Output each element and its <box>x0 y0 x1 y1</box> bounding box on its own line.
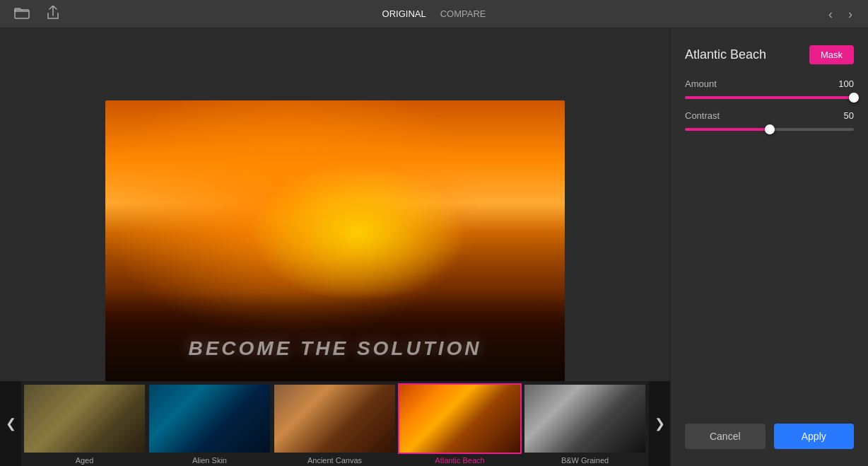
contrast-slider-row: Contrast 50 <box>685 110 854 131</box>
panel-header: Atlantic Beach Mask <box>685 45 854 64</box>
filmstrip-item-bw-grained[interactable]: B&W Grained <box>523 383 647 465</box>
panel-title: Atlantic Beach <box>685 47 766 62</box>
filmstrip-thumb-bw-grained <box>523 383 647 454</box>
amount-slider-fill <box>685 96 854 99</box>
main-image-container: Become The Solution <box>105 100 565 394</box>
filmstrip-prev-button[interactable]: ❮ <box>0 381 21 466</box>
main-content: Become The Solution Filters ❮ AgedAlien … <box>0 28 868 466</box>
filmstrip-thumb-aged <box>23 383 146 454</box>
share-button[interactable] <box>44 3 62 25</box>
top-bar-center: ORIGINAL COMPARE <box>382 8 486 19</box>
filmstrip-label-ancient-canvas: Ancient Canvas <box>307 456 362 465</box>
amount-slider-thumb[interactable] <box>849 93 859 103</box>
top-bar-left <box>11 3 62 25</box>
top-bar-right: ‹ › <box>824 6 857 22</box>
original-tab[interactable]: ORIGINAL <box>382 8 426 19</box>
filmstrip-label-atlantic-beach: Atlantic Beach <box>435 456 484 465</box>
amount-slider-track[interactable] <box>685 96 854 99</box>
cancel-button[interactable]: Cancel <box>685 424 766 449</box>
contrast-label: Contrast <box>685 110 720 121</box>
nav-forward-button[interactable]: › <box>844 6 857 22</box>
contrast-slider-header: Contrast 50 <box>685 110 854 121</box>
amount-slider-header: Amount 100 <box>685 78 854 89</box>
nav-back-button[interactable]: ‹ <box>824 6 837 22</box>
filmstrip-thumb-img-alien-skin <box>149 385 270 453</box>
contrast-value: 50 <box>844 110 854 121</box>
filmstrip-thumb-img-aged <box>24 385 145 453</box>
filmstrip-next-button[interactable]: ❯ <box>649 381 670 466</box>
filmstrip-item-alien-skin[interactable]: Alien Skin <box>148 383 271 465</box>
main-image <box>105 100 565 394</box>
amount-label: Amount <box>685 78 717 89</box>
filmstrip-items: AgedAlien SkinAncient CanvasAtlantic Bea… <box>23 383 647 465</box>
filmstrip-thumb-alien-skin <box>148 383 271 454</box>
filmstrip-label-alien-skin: Alien Skin <box>192 456 227 465</box>
contrast-slider-track[interactable] <box>685 128 854 131</box>
apply-button[interactable]: Apply <box>774 424 855 449</box>
mask-button[interactable]: Mask <box>809 45 854 64</box>
filmstrip-label-bw-grained: B&W Grained <box>561 456 609 465</box>
filmstrip-thumb-img-atlantic-beach <box>399 385 520 453</box>
filmstrip-item-aged[interactable]: Aged <box>23 383 146 465</box>
image-area: Become The Solution Filters ❮ AgedAlien … <box>0 28 670 466</box>
filmstrip-thumb-img-ancient-canvas <box>274 385 395 453</box>
filmstrip-thumb-atlantic-beach <box>398 383 522 454</box>
right-panel: Atlantic Beach Mask Amount 100 Contrast <box>670 28 868 466</box>
filmstrip-thumb-ancient-canvas <box>273 383 397 454</box>
filmstrip-label-aged: Aged <box>76 456 94 465</box>
filmstrip-item-ancient-canvas[interactable]: Ancient Canvas <box>273 383 397 465</box>
contrast-slider-fill <box>685 128 770 131</box>
amount-slider-row: Amount 100 <box>685 78 854 99</box>
contrast-slider-thumb[interactable] <box>765 124 775 134</box>
amount-value: 100 <box>838 78 854 89</box>
slider-group: Amount 100 Contrast 50 <box>685 78 854 131</box>
panel-actions: Cancel Apply <box>685 424 854 449</box>
filmstrip-thumb-img-bw-grained <box>524 385 645 453</box>
open-button[interactable] <box>11 4 33 25</box>
compare-tab[interactable]: COMPARE <box>440 8 486 19</box>
top-bar: ORIGINAL COMPARE ‹ › <box>0 0 868 28</box>
filmstrip: ❮ AgedAlien SkinAncient CanvasAtlantic B… <box>0 381 670 466</box>
filmstrip-item-atlantic-beach[interactable]: Atlantic Beach <box>398 383 522 465</box>
